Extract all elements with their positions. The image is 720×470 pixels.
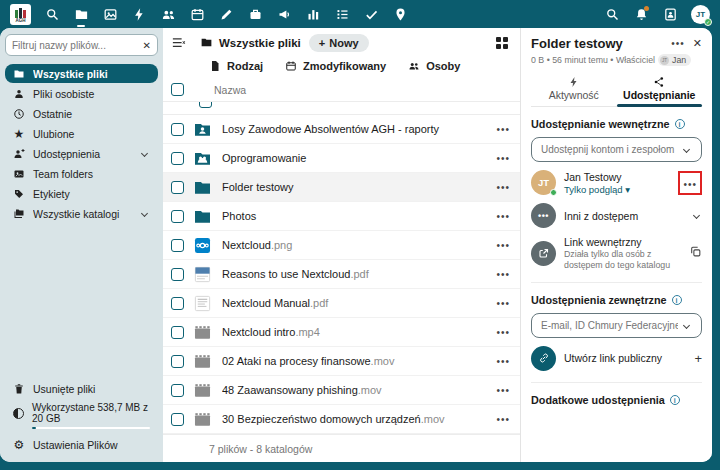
filter-files-input[interactable]	[12, 40, 143, 51]
file-row-selected[interactable]: Folder testowy •••	[163, 173, 520, 202]
sidebar-item-favorites[interactable]: ★ Ulubione	[5, 124, 158, 143]
file-row[interactable]: Reasons to use Nextcloud.pdf •••	[163, 260, 520, 289]
row-checkbox[interactable]	[171, 123, 184, 136]
tasks-app-icon[interactable]	[334, 6, 350, 22]
filter-chip-type[interactable]: Rodzaj	[209, 60, 263, 72]
sidebar-item-team-folders[interactable]: Team folders	[5, 164, 158, 183]
row-checkbox[interactable]	[171, 181, 184, 194]
row-checkbox[interactable]	[171, 413, 184, 426]
new-button[interactable]: + Nowy	[309, 34, 369, 52]
row-checkbox[interactable]	[171, 326, 184, 339]
info-icon[interactable]: i	[675, 119, 685, 129]
maps-app-icon[interactable]	[392, 6, 408, 22]
row-actions-icon[interactable]: •••	[496, 385, 510, 396]
sidebar-item-shares[interactable]: Udostępnienia	[5, 144, 158, 163]
file-row[interactable]: Nextcloud Manual.pdf •••	[163, 289, 520, 318]
announcements-app-icon[interactable]	[276, 6, 292, 22]
file-row[interactable]: 48 Zaawansowany phishing.mov •••	[163, 376, 520, 405]
create-public-link-row[interactable]: Utwórz link publiczny +	[531, 346, 702, 371]
row-actions-icon[interactable]: •••	[496, 182, 510, 193]
breadcrumb[interactable]: Wszystkie pliki	[200, 36, 301, 49]
row-checkbox[interactable]	[171, 239, 184, 252]
notes-app-icon[interactable]	[218, 6, 234, 22]
select-all-checkbox[interactable]	[171, 83, 184, 96]
info-icon[interactable]: i	[670, 395, 680, 405]
clear-filter-icon[interactable]: ✕	[143, 40, 151, 51]
row-checkbox[interactable]	[171, 268, 184, 281]
sidebar-item-tags[interactable]: Etykiety	[5, 184, 158, 203]
notifications-bell-icon[interactable]	[633, 6, 649, 22]
file-list: Losy Zawodowe Absolwentów AGH - raporty …	[163, 115, 520, 434]
clock-icon	[13, 108, 25, 120]
toggle-navigation-icon[interactable]	[171, 35, 186, 50]
add-public-link-icon[interactable]: +	[694, 351, 702, 366]
sidebar-item-deleted-files[interactable]: Usunięte pliki	[5, 379, 158, 398]
sidebar-item-all-folders[interactable]: Wszystkie katalogi	[5, 204, 158, 223]
files-app-icon[interactable]	[73, 6, 89, 22]
external-share-input[interactable]	[541, 320, 678, 331]
panel-close-icon[interactable]: ✕	[693, 37, 702, 50]
row-actions-icon[interactable]: •••	[496, 153, 510, 164]
row-actions-icon[interactable]: •••	[496, 240, 510, 251]
share-permission-dropdown[interactable]: Tylko podgląd ▾	[564, 184, 670, 195]
activity-app-icon[interactable]	[131, 6, 147, 22]
grid-view-toggle-icon[interactable]	[496, 37, 508, 49]
photos-app-icon[interactable]	[102, 6, 118, 22]
approval-app-icon[interactable]	[363, 6, 379, 22]
row-actions-icon[interactable]: •••	[496, 298, 510, 309]
row-actions-icon[interactable]: •••	[496, 269, 510, 280]
panel-menu-icon[interactable]: •••	[671, 38, 685, 49]
team-folders-icon	[13, 168, 25, 180]
unified-search-icon[interactable]	[604, 6, 620, 22]
copy-link-icon[interactable]	[689, 244, 702, 262]
tab-activity[interactable]: Aktywność	[531, 74, 617, 106]
activity-icon	[568, 76, 580, 88]
agh-logo[interactable]: AGH	[10, 4, 31, 25]
contacts-menu-icon[interactable]	[662, 6, 678, 22]
share-actions-icon[interactable]: •••	[683, 179, 697, 190]
analytics-app-icon[interactable]	[305, 6, 321, 22]
owner-chip[interactable]: JTJan	[658, 54, 691, 66]
video-icon	[193, 381, 212, 400]
video-icon	[193, 323, 212, 342]
file-row[interactable]: Nextcloud intro.mp4 •••	[163, 318, 520, 347]
row-checkbox[interactable]	[171, 384, 184, 397]
row-checkbox[interactable]	[171, 297, 184, 310]
row-actions-icon[interactable]: •••	[496, 211, 510, 222]
user-share-avatar: JT	[531, 170, 556, 195]
file-row[interactable]: Nextcloud.png •••	[163, 231, 520, 260]
file-row[interactable]: 02 Ataki na procesy finansowe.mov •••	[163, 347, 520, 376]
filter-chip-modified[interactable]: Zmodyfikowany	[285, 60, 386, 72]
search-app-icon[interactable]	[44, 6, 60, 22]
row-checkbox[interactable]	[171, 152, 184, 165]
trash-icon	[13, 383, 25, 395]
file-row[interactable]: 30 Bezpieczeństwo domowych urządzeń.mov …	[163, 405, 520, 434]
file-row[interactable]: Photos •••	[163, 202, 520, 231]
filter-chip-people[interactable]: Osoby	[408, 60, 460, 72]
info-icon[interactable]: i	[672, 295, 682, 305]
quota-section[interactable]: Wykorzystane 538,7 MB z 20 GB	[5, 400, 158, 433]
sidebar-item-all-files[interactable]: Wszystkie pliki	[5, 64, 158, 83]
agh-logo-text: AGH	[16, 18, 26, 23]
row-actions-icon[interactable]: •••	[496, 124, 510, 135]
row-actions-icon[interactable]: •••	[496, 356, 510, 367]
deck-app-icon[interactable]	[247, 6, 263, 22]
internal-share-input[interactable]	[541, 144, 678, 155]
file-row[interactable]: Losy Zawodowe Absolwentów AGH - raporty …	[163, 115, 520, 144]
tab-sharing[interactable]: Udostępnianie	[617, 74, 703, 106]
image-thumbnail-icon	[193, 236, 212, 255]
file-row[interactable]: Oprogramowanie •••	[163, 144, 520, 173]
sidebar-item-files-settings[interactable]: ⚙ Ustawienia Plików	[5, 435, 158, 454]
calendar-app-icon[interactable]	[189, 6, 205, 22]
share-icon	[653, 76, 665, 88]
row-actions-icon[interactable]: •••	[496, 327, 510, 338]
row-actions-icon[interactable]: •••	[496, 414, 510, 425]
row-checkbox[interactable]	[171, 210, 184, 223]
row-checkbox[interactable]	[171, 355, 184, 368]
sidebar-item-personal-files[interactable]: Pliki osobiste	[5, 84, 158, 103]
share-entry-internal-link[interactable]: Link wewnętrzny Działa tylko dla osób z …	[531, 236, 702, 271]
contacts-app-icon[interactable]	[160, 6, 176, 22]
share-entry-others[interactable]: ••• Inni z dostępem	[531, 203, 702, 228]
user-avatar[interactable]: JT ✓	[691, 5, 710, 24]
sidebar-item-recent[interactable]: Ostatnie	[5, 104, 158, 123]
